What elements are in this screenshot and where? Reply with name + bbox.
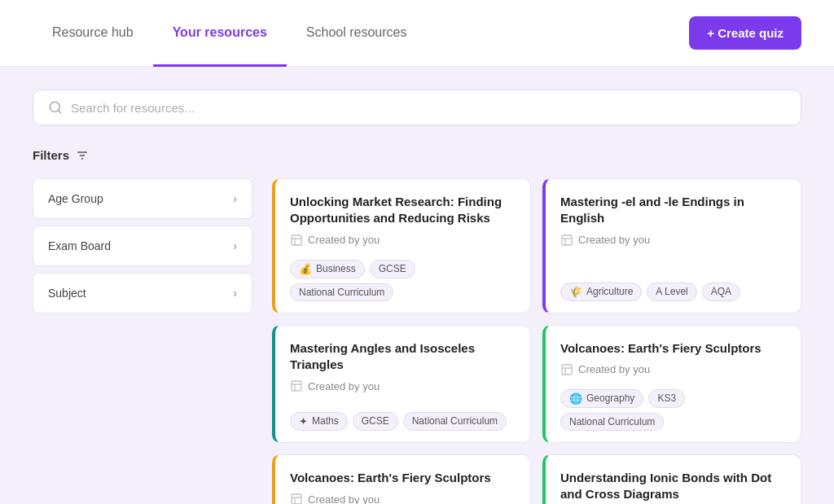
search-input[interactable]: [71, 101, 786, 115]
tag: GCSE: [370, 260, 415, 278]
creator-icon: [290, 234, 303, 247]
tag: National Curriculum: [403, 412, 507, 431]
tab-resource-hub[interactable]: Resource hub: [33, 1, 153, 67]
tab-your-resources[interactable]: Your resources: [153, 1, 287, 67]
tag: ✦Maths: [290, 412, 348, 431]
card-creator: Created by you: [290, 379, 516, 392]
card-creator: Created by you: [560, 363, 786, 376]
svg-line-1: [58, 110, 60, 112]
svg-rect-5: [292, 235, 301, 245]
filter-sidebar: Age Group › Exam Board › Subject ›: [33, 178, 252, 504]
tag: AQA: [702, 283, 740, 301]
card-title: Volcanoes: Earth's Fiery Sculptors: [290, 470, 516, 486]
resource-card[interactable]: Unlocking Market Research: Finding Oppor…: [272, 178, 531, 313]
chevron-right-icon: ›: [233, 287, 237, 300]
filters-icon: [76, 149, 89, 162]
content-layout: Age Group › Exam Board › Subject › Unloc…: [33, 178, 801, 504]
filter-age-group[interactable]: Age Group ›: [33, 178, 252, 219]
card-title: Understanding Ionic Bonds with Dot and C…: [560, 470, 786, 503]
card-title: Unlocking Market Research: Finding Oppor…: [290, 194, 516, 227]
cards-grid: Unlocking Market Research: Finding Oppor…: [272, 178, 801, 504]
chevron-right-icon: ›: [233, 192, 237, 205]
svg-rect-17: [292, 494, 301, 504]
card-tags: 🌾Agriculture A Level AQA: [560, 276, 786, 301]
card-tags: ✦Maths GCSE National Curriculum: [290, 405, 516, 431]
card-title: Volcanoes: Earth's Fiery Sculptors: [560, 340, 786, 357]
filter-subject-label: Subject: [48, 287, 86, 300]
filters-row: Filters: [33, 148, 801, 162]
svg-rect-11: [292, 381, 301, 391]
tab-school-resources[interactable]: School resources: [287, 1, 427, 67]
search-bar: [33, 90, 801, 125]
card-creator: Created by you: [560, 234, 786, 247]
filter-subject[interactable]: Subject ›: [33, 273, 252, 313]
create-quiz-button[interactable]: + Create quiz: [689, 16, 801, 50]
resource-card[interactable]: Mastering Angles and Isosceles Triangles…: [272, 325, 531, 443]
creator-icon: [290, 379, 303, 392]
filters-label: Filters: [33, 148, 69, 162]
creator-icon: [560, 234, 573, 247]
filter-exam-board-label: Exam Board: [48, 239, 111, 252]
search-icon: [48, 100, 63, 115]
card-tags: 🌐Geography KS3 National Curriculum: [560, 383, 786, 431]
svg-rect-8: [562, 235, 572, 245]
card-creator-text: Created by you: [578, 363, 650, 375]
card-creator-text: Created by you: [308, 493, 380, 505]
tag: 🌾Agriculture: [560, 283, 642, 301]
resource-card[interactable]: Volcanoes: Earth's Fiery Sculptors Creat…: [272, 454, 531, 504]
card-creator: Created by you: [290, 234, 516, 247]
tag: A Level: [647, 283, 696, 301]
svg-rect-14: [562, 365, 572, 375]
card-creator-text: Created by you: [308, 234, 380, 246]
filter-age-group-label: Age Group: [48, 192, 103, 205]
main-content: Filters Age Group › Exam Board › Subject…: [0, 67, 834, 504]
tag: KS3: [648, 389, 685, 408]
card-title: Mastering Angles and Isosceles Triangles: [290, 340, 516, 374]
card-creator-text: Created by you: [308, 380, 380, 392]
card-creator-text: Created by you: [578, 234, 650, 246]
nav-tabs: Resource hub Your resources School resou…: [33, 0, 689, 66]
card-title: Mastering -el and -le Endings in English: [560, 194, 786, 227]
resource-card[interactable]: Volcanoes: Earth's Fiery Sculptors Creat…: [542, 325, 801, 443]
resource-card[interactable]: Mastering -el and -le Endings in English…: [542, 178, 801, 313]
chevron-right-icon: ›: [233, 239, 237, 252]
card-creator: Created by you: [290, 493, 516, 504]
tag: National Curriculum: [290, 283, 393, 301]
resource-card[interactable]: Understanding Ionic Bonds with Dot and C…: [542, 454, 801, 504]
navigation: Resource hub Your resources School resou…: [0, 0, 834, 67]
tag: 💰Business: [290, 260, 365, 278]
creator-icon: [560, 363, 573, 376]
tag: GCSE: [353, 412, 398, 431]
tag: National Curriculum: [560, 413, 664, 431]
filter-exam-board[interactable]: Exam Board ›: [33, 226, 252, 266]
creator-icon: [290, 493, 303, 504]
tag: 🌐Geography: [560, 389, 643, 408]
card-tags: 💰Business GCSE National Curriculum: [290, 253, 516, 301]
